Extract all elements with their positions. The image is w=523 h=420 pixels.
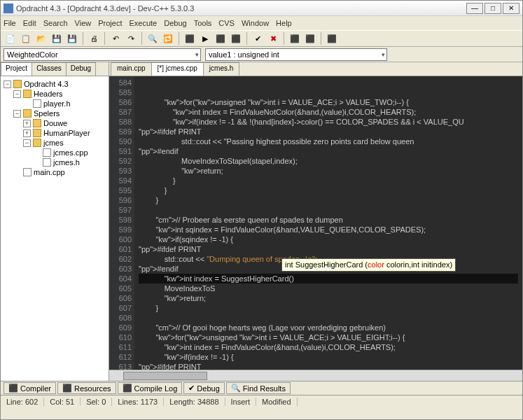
compile-run-icon[interactable]: ⬛	[214, 31, 228, 46]
menu-file[interactable]: File	[4, 19, 16, 27]
file-tab-jcmes-cpp[interactable]: [*] jcmes.cpp	[151, 62, 204, 76]
status-bar: Line: 602 Col: 51 Sel: 0 Lines: 1173 Len…	[1, 395, 522, 407]
menu-search[interactable]: Search	[43, 19, 68, 27]
project-icon	[13, 80, 22, 88]
file-icon	[43, 158, 51, 167]
goto-icon[interactable]: ⬛	[325, 31, 339, 46]
tree-jcmes[interactable]: jcmes	[43, 139, 64, 147]
tab-resources[interactable]: ⬛Resources	[57, 382, 116, 394]
menu-view[interactable]: View	[75, 19, 92, 27]
member-combo[interactable]: value1 : unsigned int	[205, 48, 387, 61]
delete-profile-icon[interactable]: ⬛	[303, 31, 317, 46]
maximize-button[interactable]: □	[484, 3, 501, 14]
tree-jcmes-cpp[interactable]: jcmes.cpp	[53, 148, 88, 157]
status-sel: Sel: 0	[81, 398, 112, 406]
app-icon	[4, 4, 13, 13]
tab-compiler[interactable]: ⬛Compiler	[4, 382, 56, 394]
folder-icon	[23, 109, 32, 118]
scroll-thumb[interactable]	[123, 372, 207, 380]
menu-debug[interactable]: Debug	[164, 19, 186, 27]
rebuild-icon[interactable]: ⬛	[229, 31, 243, 46]
status-lines: Lines: 1173	[112, 398, 164, 406]
menu-tools[interactable]: Tools	[194, 19, 212, 27]
status-insert: Insert	[225, 398, 257, 406]
tab-debug-bottom[interactable]: ✔Debug	[183, 382, 224, 394]
status-length: Length: 34888	[164, 398, 225, 406]
tree-player-h[interactable]: player.h	[43, 99, 71, 108]
file-tab-jcmes-h[interactable]: jcmes.h	[203, 62, 239, 76]
code-editor[interactable]: 5845855865875885895905915925935945955965…	[109, 76, 522, 370]
menu-help[interactable]: Help	[276, 19, 292, 27]
file-icon	[23, 168, 32, 176]
param-tooltip: int SuggestHigherCard (color colorin,int…	[281, 258, 456, 272]
stop-icon[interactable]: ✖	[266, 31, 280, 46]
tree-spelers[interactable]: Spelers	[34, 109, 60, 118]
class-combo[interactable]: WeightedColor	[4, 48, 201, 61]
debug-icon[interactable]: ✔	[251, 31, 265, 46]
toolbar: 📄 📋 📂 💾 💾 🖨 ↶ ↷ 🔍 🔁 ⬛ ▶ ⬛ ⬛ ✔ ✖ ⬛ ⬛ ⬛	[1, 30, 522, 47]
code-area[interactable]: "kw">for("kw">unsigned "kw">int i = VALU…	[134, 76, 522, 370]
bottom-tabs: ⬛Compiler ⬛Resources ⬛Compile Log ✔Debug…	[1, 381, 522, 395]
file-icon	[43, 148, 51, 157]
print-icon[interactable]: 🖨	[87, 31, 101, 46]
open-icon[interactable]: 📂	[34, 31, 48, 46]
status-col: Col: 51	[44, 398, 81, 406]
find-icon[interactable]: 🔍	[146, 31, 160, 46]
tab-compile-log[interactable]: ⬛Compile Log	[118, 382, 183, 394]
save-all-icon[interactable]: 💾	[65, 31, 79, 46]
menu-window[interactable]: Window	[242, 19, 269, 27]
minimize-button[interactable]: —	[466, 3, 483, 14]
tab-find-results[interactable]: 🔍Find Results	[226, 382, 291, 394]
menu-project[interactable]: Project	[98, 19, 122, 27]
replace-icon[interactable]: 🔁	[161, 31, 175, 46]
tab-project[interactable]: Project	[1, 62, 32, 76]
tab-debug[interactable]: Debug	[66, 62, 96, 76]
tree-humanplayer[interactable]: HumanPlayer	[43, 129, 90, 137]
menu-execute[interactable]: Execute	[129, 19, 157, 27]
run-icon[interactable]: ▶	[198, 31, 212, 46]
undo-icon[interactable]: ↶	[109, 31, 123, 46]
tree-main-cpp[interactable]: main.cpp	[34, 168, 65, 176]
status-line: Line: 602	[1, 398, 44, 406]
menu-edit[interactable]: Edit	[23, 19, 36, 27]
line-gutter: 5845855865875885895905915925935945955965…	[109, 76, 134, 370]
folder-icon	[33, 129, 41, 137]
menu-cvs[interactable]: CVS	[218, 19, 235, 27]
tree-headers[interactable]: Headers	[34, 90, 63, 98]
folder-icon	[33, 139, 41, 147]
horizontal-scrollbar[interactable]	[109, 370, 522, 381]
tree-root[interactable]: Opdracht 4.3	[24, 80, 69, 88]
profile-icon[interactable]: ⬛	[288, 31, 302, 46]
new-project-icon[interactable]: 📋	[19, 31, 33, 46]
window-title: Opdracht 4.3 - [Opdracht 4.3.dev] - Dev-…	[16, 4, 466, 13]
save-icon[interactable]: 💾	[50, 31, 64, 46]
close-button[interactable]: ✕	[503, 3, 519, 14]
redo-icon[interactable]: ↷	[124, 31, 138, 46]
menubar: File Edit Search View Project Execute De…	[1, 16, 522, 30]
file-tab-main[interactable]: main.cpp	[111, 62, 152, 76]
status-modified: Modified	[256, 398, 298, 406]
file-icon	[33, 99, 41, 108]
folder-icon	[23, 90, 32, 98]
tree-douwe[interactable]: Douwe	[43, 119, 67, 127]
project-tree[interactable]: −Opdracht 4.3 −Headers player.h −Spelers…	[1, 76, 109, 381]
tab-classes[interactable]: Classes	[32, 62, 67, 76]
tree-jcmes-h[interactable]: jcmes.h	[53, 158, 80, 167]
new-file-icon[interactable]: 📄	[4, 31, 18, 46]
compile-icon[interactable]: ⬛	[183, 31, 197, 46]
folder-icon	[33, 119, 41, 127]
